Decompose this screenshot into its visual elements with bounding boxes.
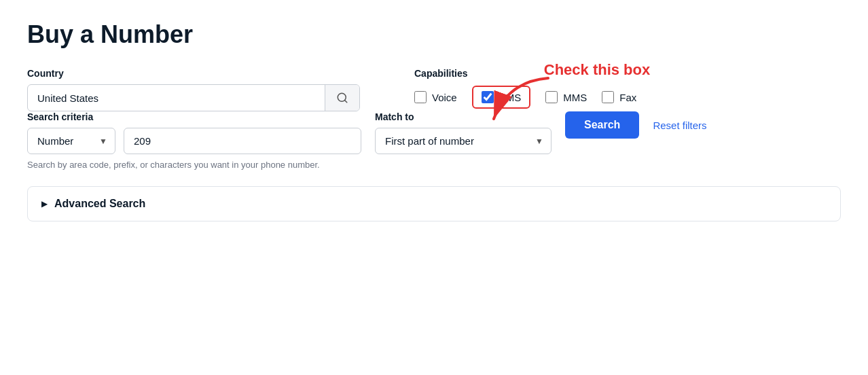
criteria-field-group: Search criteria Number Location ▼ — [27, 111, 361, 154]
country-input-wrapper — [27, 84, 360, 111]
number-search-input[interactable] — [124, 128, 361, 154]
search-button[interactable]: Search — [565, 111, 639, 139]
fax-label: Fax — [619, 92, 636, 103]
annotation-arrow — [480, 75, 562, 129]
voice-checkbox-item[interactable]: Voice — [414, 91, 457, 103]
country-label: Country — [27, 68, 360, 79]
mms-label: MMS — [563, 92, 587, 103]
svg-line-1 — [344, 100, 346, 102]
match-select-wrapper: First part of number Any part of number … — [375, 128, 551, 154]
criteria-inputs: Number Location ▼ — [27, 128, 361, 154]
search-criteria-label: Search criteria — [27, 111, 361, 122]
fax-checkbox[interactable] — [602, 91, 614, 103]
advanced-search-label: Advanced Search — [54, 198, 145, 210]
voice-label: Voice — [432, 92, 457, 103]
action-buttons: Search Reset filters — [565, 111, 710, 140]
capabilities-wrapper: Capabilities Voice SMS MMS — [414, 68, 636, 109]
page-title: Buy a Number — [27, 20, 841, 49]
search-icon — [336, 92, 348, 104]
criteria-type-select-wrapper: Number Location ▼ — [27, 128, 115, 154]
reset-filters-button[interactable]: Reset filters — [650, 112, 709, 139]
search-hint-text: Search by area code, prefix, or characte… — [27, 160, 841, 170]
fax-checkbox-item[interactable]: Fax — [602, 91, 636, 103]
advanced-search-chevron-icon: ▶ — [41, 199, 48, 209]
voice-checkbox[interactable] — [414, 91, 427, 103]
advanced-search-section[interactable]: ▶ Advanced Search — [27, 186, 841, 221]
country-search-button[interactable] — [325, 85, 359, 111]
country-input[interactable] — [28, 86, 325, 111]
criteria-type-select[interactable]: Number Location — [27, 128, 115, 154]
search-criteria-section: Search criteria Number Location ▼ Match … — [27, 111, 841, 154]
match-to-select[interactable]: First part of number Any part of number … — [375, 128, 551, 154]
country-field-group: Country — [27, 68, 360, 111]
